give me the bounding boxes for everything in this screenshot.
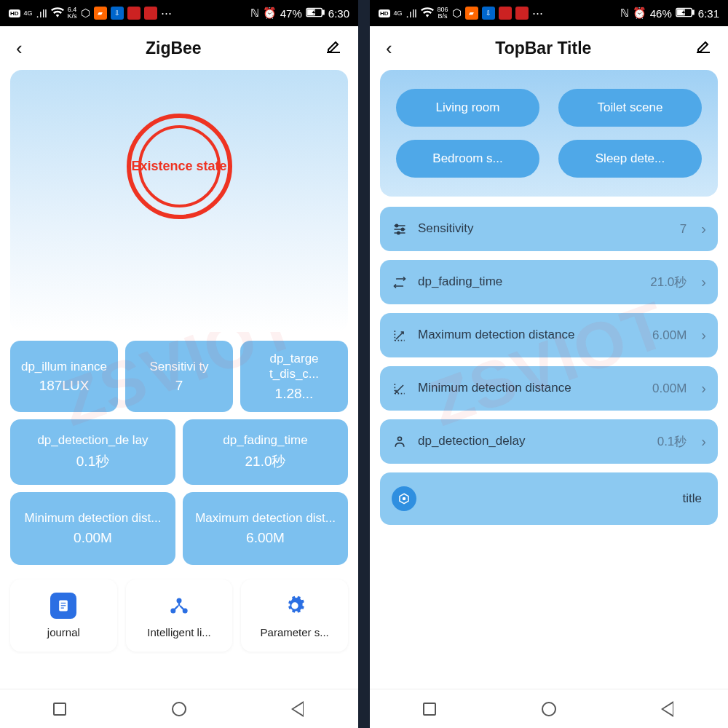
tile-min-distance[interactable]: Minimum detection dist...0.00M bbox=[10, 492, 175, 565]
hex-icon: ⬡ bbox=[452, 7, 462, 20]
card-label: Parameter s... bbox=[245, 626, 344, 638]
app-icon-2: ⇩ bbox=[111, 7, 124, 20]
left-phone: HD 4G 6.4K/s ⬡ ▰ ⇩ ⋯ ℕ ⏰ 47% 6:30 ‹ ZigB… bbox=[0, 0, 358, 728]
card-label: journal bbox=[15, 626, 113, 638]
alarm-icon: ⏰ bbox=[263, 7, 277, 20]
signal-icon bbox=[406, 7, 417, 20]
existence-ring: Existence state bbox=[127, 114, 232, 219]
row-value: 0.1秒 bbox=[657, 433, 687, 450]
svg-point-16 bbox=[398, 437, 402, 440]
app-icon-3 bbox=[127, 7, 141, 20]
content: ZSVIOT Existence state dp_illum inance18… bbox=[0, 70, 358, 689]
nav-home[interactable] bbox=[171, 701, 187, 717]
bottom-cards: journal Intelligent li... Parameter s... bbox=[10, 579, 348, 652]
tile-target-distance[interactable]: dp_targe t_dis_c...1.28... bbox=[240, 341, 348, 412]
gear-icon bbox=[282, 593, 308, 619]
battery-icon bbox=[676, 7, 695, 20]
tile-illuminance[interactable]: dp_illum inance187LUX bbox=[10, 341, 118, 412]
journal-icon bbox=[50, 593, 76, 619]
battery-icon bbox=[306, 7, 325, 20]
app-icon-1: ▰ bbox=[465, 7, 478, 20]
card-intelligent[interactable]: Intelligent li... bbox=[126, 579, 233, 652]
nfc-icon: ℕ bbox=[620, 7, 629, 20]
app-icon-2: ⇩ bbox=[482, 7, 495, 20]
card-journal[interactable]: journal bbox=[10, 579, 117, 652]
android-nav bbox=[370, 689, 728, 728]
distance-max-icon bbox=[392, 328, 408, 343]
battery-pct: 46% bbox=[650, 7, 672, 20]
back-button[interactable]: ‹ bbox=[386, 37, 392, 60]
svg-point-14 bbox=[402, 228, 404, 230]
row-max-distance[interactable]: Maximum detection distance 6.00M › bbox=[380, 313, 718, 357]
row-value: 6.00M bbox=[652, 328, 687, 343]
more-icon: ⋯ bbox=[532, 7, 543, 20]
row-value: 21.0秒 bbox=[650, 274, 687, 290]
row-sensitivity[interactable]: Sensitivity 7 › bbox=[380, 207, 718, 251]
row-label: dp_fading_time bbox=[418, 274, 640, 289]
edit-button[interactable] bbox=[325, 38, 342, 58]
row-value: title bbox=[683, 491, 702, 506]
nav-home[interactable] bbox=[541, 701, 557, 717]
refresh-icon bbox=[392, 275, 408, 290]
watermark: ZSVIOT bbox=[421, 287, 677, 441]
nav-back[interactable] bbox=[660, 701, 676, 717]
scene-living-room[interactable]: Living room bbox=[396, 89, 539, 127]
tile-fading-time[interactable]: dp_fading_time21.0秒 bbox=[183, 419, 348, 485]
hex-icon: ⬡ bbox=[81, 7, 90, 20]
scene-sleep[interactable]: Sleep dete... bbox=[558, 140, 702, 178]
topbar: ‹ ZigBee bbox=[0, 26, 358, 70]
status-bar: HD 4G 6.4K/s ⬡ ▰ ⇩ ⋯ ℕ ⏰ 47% 6:30 bbox=[0, 0, 358, 26]
app-icon-1: ▰ bbox=[94, 7, 107, 20]
back-button[interactable]: ‹ bbox=[16, 37, 23, 60]
nav-recent[interactable] bbox=[52, 701, 68, 717]
row-label: dp_detection_delay bbox=[418, 434, 647, 448]
edit-button[interactable] bbox=[695, 38, 712, 58]
svg-rect-5 bbox=[61, 605, 66, 606]
nav-back[interactable] bbox=[290, 701, 306, 717]
net-badge: 4G bbox=[394, 9, 403, 17]
linkage-icon bbox=[166, 593, 192, 619]
chevron-right-icon: › bbox=[701, 221, 706, 237]
chevron-right-icon: › bbox=[701, 327, 706, 344]
tile-sensitivity[interactable]: Sensitivi ty7 bbox=[125, 341, 233, 412]
hero-panel: Existence state bbox=[10, 70, 348, 332]
tile-max-distance[interactable]: Maximum detection dist...6.00M bbox=[183, 492, 348, 565]
clock: 6:31 bbox=[698, 7, 719, 20]
person-icon bbox=[392, 435, 408, 449]
app-icon-3 bbox=[499, 7, 512, 20]
scene-panel: Living room Toilet scene Bedroom s... Sl… bbox=[380, 70, 718, 197]
row-min-distance[interactable]: Minimum detection distance 0.00M › bbox=[380, 366, 718, 411]
svg-rect-1 bbox=[323, 10, 324, 15]
sliders-icon bbox=[392, 223, 408, 236]
page-title: TopBar Title bbox=[495, 39, 591, 58]
scene-toilet[interactable]: Toilet scene bbox=[558, 89, 702, 127]
row-label: Sensitivity bbox=[418, 221, 670, 236]
scene-bedroom[interactable]: Bedroom s... bbox=[396, 140, 539, 178]
row-title-extra[interactable]: title bbox=[380, 472, 718, 525]
chevron-right-icon: › bbox=[701, 380, 706, 397]
status-bar: HD 4G 806B/s ⬡ ▰ ⇩ ⋯ ℕ ⏰ 46% 6:31 bbox=[370, 0, 728, 26]
row-detection-delay[interactable]: dp_detection_delay 0.1秒 › bbox=[380, 419, 718, 464]
row-fading-time[interactable]: dp_fading_time 21.0秒 › bbox=[380, 260, 718, 304]
clock: 6:30 bbox=[328, 7, 349, 20]
row-label: Minimum detection distance bbox=[418, 381, 642, 395]
alarm-icon: ⏰ bbox=[633, 7, 646, 20]
svg-rect-6 bbox=[61, 607, 64, 608]
nav-recent[interactable] bbox=[422, 701, 438, 717]
tile-detection-delay[interactable]: dp_detection_de lay0.1秒 bbox=[10, 419, 175, 485]
tiles-row-2: dp_detection_de lay0.1秒 dp_fading_time21… bbox=[10, 419, 348, 485]
hex-badge-icon bbox=[392, 486, 416, 511]
app-icon-4 bbox=[515, 7, 529, 20]
svg-rect-11 bbox=[692, 10, 694, 15]
android-nav bbox=[0, 689, 358, 728]
chevron-right-icon: › bbox=[701, 274, 706, 290]
tiles-row-3: Minimum detection dist...0.00M Maximum d… bbox=[10, 492, 348, 565]
right-phone: HD 4G 806B/s ⬡ ▰ ⇩ ⋯ ℕ ⏰ 46% 6:31 ‹ TopB… bbox=[370, 0, 728, 728]
app-icon-4 bbox=[144, 7, 157, 20]
row-value: 7 bbox=[680, 222, 687, 237]
svg-point-15 bbox=[397, 232, 400, 234]
more-icon: ⋯ bbox=[161, 7, 172, 20]
hd-badge: HD bbox=[379, 9, 390, 17]
card-parameter[interactable]: Parameter s... bbox=[241, 579, 348, 652]
content: ZSVIOT Living room Toilet scene Bedroom … bbox=[370, 70, 728, 689]
